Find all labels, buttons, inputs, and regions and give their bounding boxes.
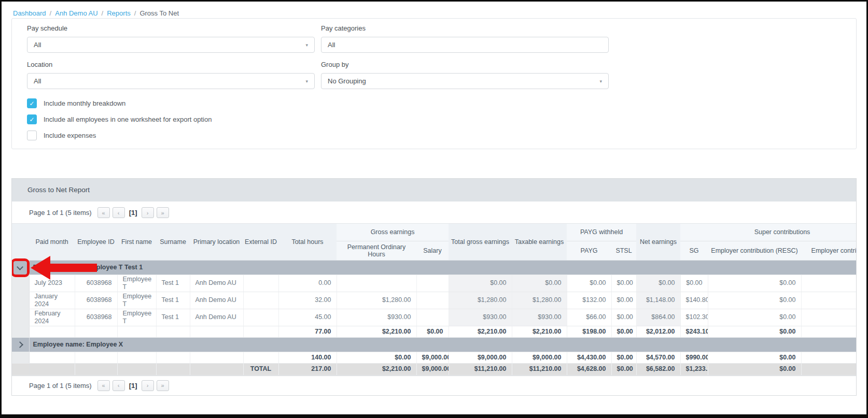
breadcrumb-separator: / xyxy=(102,9,104,17)
breadcrumb-link-reports[interactable]: Reports xyxy=(107,9,131,17)
cell-salary: $9,000.00 xyxy=(416,352,449,363)
cell-total_hours: 77.00 xyxy=(278,326,337,337)
cell-employee_id xyxy=(75,326,117,337)
group-row: Employee name: Employee X xyxy=(12,337,856,352)
cell-stsl: $0.00 xyxy=(611,326,636,337)
cell-perm_ordinary_hours xyxy=(337,275,416,292)
column-header-employee_id: Employee ID xyxy=(75,224,117,260)
checkbox-label: Include all employees in one worksheet f… xyxy=(44,116,212,123)
cell-employer_contribution xyxy=(801,292,856,309)
column-header-net_earnings: Net earnings xyxy=(636,224,680,260)
cell-taxable: $2,210.00 xyxy=(512,326,567,337)
breadcrumb-link-dashboard[interactable]: Dashboard xyxy=(13,9,46,17)
cell-first_name xyxy=(117,363,156,375)
pay-categories-input[interactable]: All xyxy=(321,37,609,53)
pagination-next-button[interactable]: › xyxy=(142,380,154,391)
cell-salary: $0.00 xyxy=(416,326,449,337)
chevron-down-icon: ▾ xyxy=(599,79,602,84)
cell-employer_contribution xyxy=(801,309,856,326)
cell-employee_id: 6038968 xyxy=(75,309,117,326)
cell-taxable: $930.00 xyxy=(512,309,567,326)
cell-salary xyxy=(416,309,449,326)
cell-surname: Test 1 xyxy=(156,292,190,309)
pagination-first-button[interactable]: « xyxy=(97,207,110,218)
cell-payg: $132.00 xyxy=(567,292,611,309)
checkbox-include-all-employees-in-one-worksheet-for-export-option[interactable]: ✓ xyxy=(27,114,37,124)
cell-sg: $140.80 xyxy=(680,292,708,309)
cell-surname: Test 1 xyxy=(156,275,190,292)
pagination-current-page: [1] xyxy=(129,382,137,390)
filter-checkboxes: ✓ Include monthly breakdown ✓ Include al… xyxy=(27,98,841,140)
pagination-first-button[interactable]: « xyxy=(97,380,110,391)
expander-cell xyxy=(12,337,29,352)
cell-total_hours: 140.00 xyxy=(278,352,337,363)
checkbox-row-include-expenses: Include expenses xyxy=(27,131,841,140)
cell-paid_month xyxy=(29,326,75,337)
cell-resc: $0.00 xyxy=(708,352,801,363)
location-value: All xyxy=(34,77,41,85)
cell-net_earnings: $6,582.00 xyxy=(636,363,680,375)
cell-payg: $4,628.00 xyxy=(567,363,611,375)
column-header-employer_contribution: Employer contribution xyxy=(801,241,856,260)
pagination-last-button[interactable]: » xyxy=(157,380,169,391)
cell-taxable: $11,210.00 xyxy=(512,363,567,375)
column-header-taxable: Taxable earnings xyxy=(512,224,567,260)
cell-resc: $0.00 xyxy=(708,275,801,292)
breadcrumb-link-company[interactable]: Anh Demo AU xyxy=(55,9,97,17)
checkbox-include-expenses[interactable] xyxy=(27,131,37,140)
group-by-select[interactable]: No Grouping ▾ xyxy=(321,73,609,89)
cell-primary_location: Anh Demo AU xyxy=(190,275,243,292)
expander-cell xyxy=(12,260,29,275)
column-header-total_gross: Total gross earnings xyxy=(449,224,512,260)
cell-salary xyxy=(416,292,449,309)
cell-sg: $0.00 xyxy=(680,275,708,292)
pay-schedule-field: Pay schedule All ▾ xyxy=(27,24,315,53)
cell-payg: $198.00 xyxy=(567,326,611,337)
group-by-label: Group by xyxy=(321,61,609,68)
cell-stsl: $0.00 xyxy=(611,309,636,326)
collapse-chevron-icon[interactable] xyxy=(17,264,23,270)
cell-paid_month xyxy=(29,363,75,375)
column-header-paid_month: Paid month xyxy=(29,224,75,260)
cell-payg: $66.00 xyxy=(567,309,611,326)
column-header-salary: Salary xyxy=(416,241,449,260)
cell-primary_location: Anh Demo AU xyxy=(190,309,243,326)
column-group-header-gross-earnings: Gross earnings xyxy=(337,224,449,241)
pay-schedule-select[interactable]: All ▾ xyxy=(27,37,315,53)
pagination-next-button[interactable]: › xyxy=(142,207,154,218)
cell-net_earnings: $864.00 xyxy=(636,309,680,326)
cell-salary: $9,000.00 xyxy=(416,363,449,375)
location-select[interactable]: All ▾ xyxy=(27,73,315,89)
report-panel: Gross to Net Report Page 1 of 1 (5 items… xyxy=(11,178,857,396)
checkbox-label: Include expenses xyxy=(44,132,96,139)
cell-employee_id: 6038968 xyxy=(75,275,117,292)
cell-resc: $0.00 xyxy=(708,326,801,337)
cell-perm_ordinary_hours: $2,210.00 xyxy=(337,363,416,375)
cell-taxable: $0.00 xyxy=(512,275,567,292)
column-header-first_name: First name xyxy=(117,224,156,260)
group-by-value: No Grouping xyxy=(328,77,366,85)
cell-perm_ordinary_hours: $930.00 xyxy=(337,309,416,326)
cell-total_gross: $1,280.00 xyxy=(449,292,512,309)
checkbox-include-monthly-breakdown[interactable]: ✓ xyxy=(27,98,37,108)
cell-total_hours: 217.00 xyxy=(278,363,337,375)
chevron-down-icon: ▾ xyxy=(305,42,308,48)
cell-external_id xyxy=(243,309,278,326)
expand-chevron-icon[interactable] xyxy=(17,341,23,348)
pagination-prev-button[interactable]: ‹ xyxy=(113,207,125,218)
cell-employee_id xyxy=(75,363,117,375)
group-row: Employee name: Employee T Test 1 xyxy=(12,260,856,275)
pagination-last-button[interactable]: » xyxy=(157,207,169,218)
expander-cell xyxy=(12,352,29,363)
column-header-total_hours: Total hours xyxy=(278,224,337,260)
cell-paid_month: February 2024 xyxy=(29,309,75,326)
column-group-header-super-contributions: Super contributions xyxy=(680,224,856,241)
cell-first_name xyxy=(117,352,156,363)
cell-external_id xyxy=(243,326,278,337)
cell-net_earnings: $2,012.00 xyxy=(636,326,680,337)
column-header-perm_ordinary_hours: Permanent Ordinary Hours xyxy=(337,241,416,260)
cell-employer_contribution xyxy=(801,352,856,363)
column-header-sg: SG xyxy=(680,241,708,260)
cell-employer_contribution xyxy=(801,275,856,292)
pagination-prev-button[interactable]: ‹ xyxy=(113,380,125,391)
